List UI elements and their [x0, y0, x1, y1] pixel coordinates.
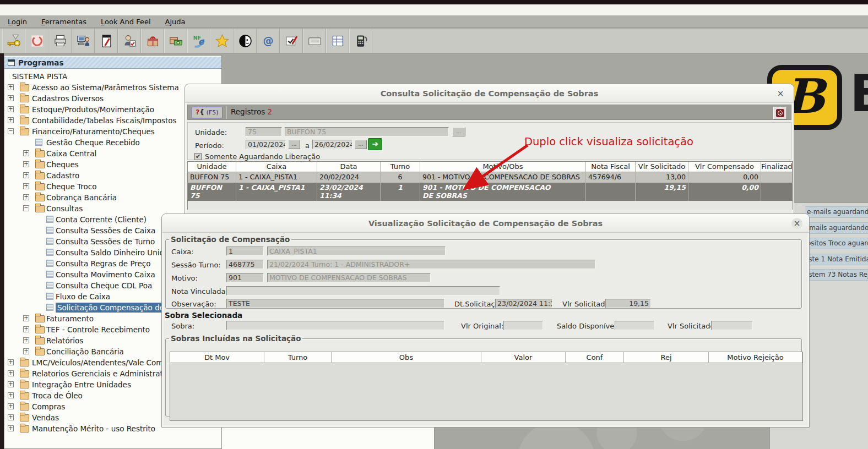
refresh-f5-button[interactable]: ?{ (F5) — [192, 107, 223, 118]
expand-icon[interactable]: + — [23, 326, 29, 332]
registros-count: 2 — [268, 107, 273, 116]
expand-icon[interactable]: + — [23, 161, 29, 167]
support-button[interactable] — [234, 29, 257, 53]
gift-box-button[interactable] — [141, 29, 164, 53]
folder-icon — [35, 326, 45, 333]
expand-icon[interactable]: + — [23, 194, 29, 200]
periodo-from-field[interactable]: 01/02/2024 — [246, 140, 286, 149]
sobra-field[interactable] — [226, 321, 444, 330]
sobras-column-header-valor[interactable]: Valor — [481, 352, 566, 363]
sobras-table-body[interactable] — [170, 363, 802, 420]
workstation-button[interactable] — [72, 29, 95, 53]
sessao-turno-label: Sessão Turno: — [171, 261, 221, 269]
observacao-field[interactable]: TESTE — [226, 299, 444, 308]
motivo-code-field[interactable]: 901 — [226, 273, 264, 282]
unidade-name-field[interactable]: BUFFON 75 — [285, 127, 449, 136]
expand-icon[interactable]: + — [8, 381, 14, 387]
sobras-column-header-conf[interactable]: Conf — [566, 352, 624, 363]
expand-icon[interactable]: + — [23, 348, 29, 354]
star-button[interactable] — [210, 29, 234, 53]
tree-item-sistema-pista[interactable]: SISTEMA PISTA — [4, 71, 221, 82]
expand-icon[interactable]: + — [8, 425, 14, 431]
sobras-column-header-dt-mov[interactable]: Dt Mov — [170, 352, 264, 363]
tree-item-label: TEF - Controle Recebimento — [46, 325, 150, 334]
collapse-icon[interactable]: − — [23, 205, 29, 211]
sobras-column-header-turno[interactable]: Turno — [264, 352, 332, 363]
expand-icon[interactable]: + — [8, 106, 14, 112]
menu-item-look-and-feel[interactable]: Look And Feel — [101, 18, 150, 26]
notification-item[interactable]: e-mails aguardando agrup — [805, 206, 868, 218]
periodo-to-field[interactable]: 26/02/2024 — [312, 140, 352, 149]
column-header-vlr-solicitado[interactable]: Vlr Solicitado — [636, 162, 688, 172]
expand-icon[interactable]: + — [8, 403, 14, 409]
expand-icon[interactable]: + — [8, 95, 14, 101]
notification-item[interactable]: istem 73 Notas Rejeita — [805, 269, 868, 281]
table-button[interactable] — [326, 29, 349, 53]
dialog-consulta-titlebar[interactable]: Consulta Solicitação de Compensação de S… — [185, 84, 794, 103]
aguardando-checkbox[interactable]: ✔ — [194, 153, 202, 160]
unidade-lookup-button[interactable]: ... — [452, 127, 465, 136]
column-header-vlr-compensado[interactable]: Vlr Compensado — [688, 162, 761, 172]
sobras-column-header-obs[interactable]: Obs — [332, 352, 481, 363]
user-check-button[interactable] — [118, 29, 141, 53]
sobras-column-header-rej[interactable]: Rej — [624, 352, 709, 363]
nfe-button[interactable]: NFe — [187, 29, 210, 53]
programs-panel-titlebar[interactable]: Programas — [4, 57, 221, 69]
column-header-turno[interactable]: Turno — [381, 162, 420, 172]
notification-item[interactable]: ósitos Troco aguardan — [805, 238, 868, 249]
expand-icon[interactable]: + — [8, 392, 14, 398]
vlr-solicitado2-field[interactable] — [711, 321, 753, 330]
collapse-icon[interactable]: − — [8, 128, 14, 134]
nota-vinculada-field[interactable] — [226, 286, 500, 295]
notepad-button[interactable] — [95, 29, 118, 53]
sobras-column-header-motivo-rejei-o[interactable]: Motivo Rejeição — [709, 352, 802, 363]
expand-icon[interactable]: + — [23, 315, 29, 321]
money-box-button[interactable] — [164, 29, 187, 53]
expand-icon[interactable]: + — [23, 150, 29, 156]
logoff-button[interactable] — [25, 29, 48, 53]
dialog-visualizacao-titlebar[interactable]: Visualização Solicitação de Compensação … — [162, 214, 809, 233]
check-pen-button[interactable] — [280, 29, 303, 53]
dt-solicitacao-field[interactable]: 23/02/2024 11:34 — [495, 299, 552, 308]
motivo-desc-field[interactable]: MOTIVO DE COMPENSACAO DE SOBRAS — [267, 273, 431, 282]
search-go-button[interactable]: ➜ — [368, 138, 382, 150]
expand-icon[interactable]: + — [8, 370, 14, 376]
vlr-original-field[interactable] — [503, 321, 543, 330]
expand-icon[interactable]: + — [23, 183, 29, 189]
expand-icon[interactable]: + — [8, 359, 14, 365]
expand-icon[interactable]: + — [8, 414, 14, 420]
column-header-data[interactable]: Data — [317, 162, 381, 172]
periodo-to-picker-button[interactable]: ... — [355, 140, 367, 149]
printer-button[interactable] — [48, 29, 72, 53]
notification-item[interactable]: iste 1 Nota Emitida em — [805, 254, 868, 265]
expand-icon[interactable]: + — [8, 117, 14, 123]
caixa-name-field[interactable]: CAIXA_PISTA1 — [267, 247, 446, 256]
caixa-code-field[interactable]: 1 — [226, 247, 264, 256]
close-icon[interactable]: × — [775, 88, 786, 99]
sessao-code-field[interactable]: 468775 — [226, 260, 264, 269]
expand-icon[interactable]: + — [8, 84, 14, 90]
email-at-button[interactable]: @ — [257, 29, 280, 53]
column-header-unidade[interactable]: Unidade — [188, 162, 236, 172]
email-at-icon: @ — [261, 34, 276, 48]
menu-item-login[interactable]: Login — [8, 18, 27, 26]
close-icon[interactable]: × — [791, 218, 802, 229]
card-button[interactable] — [303, 29, 326, 53]
column-header-nota-fiscal[interactable]: Nota Fiscal — [586, 162, 636, 172]
exit-button[interactable] — [773, 107, 787, 119]
menu-item-ferramentas[interactable]: Ferramentas — [41, 18, 86, 26]
expand-icon[interactable]: + — [23, 172, 29, 178]
unidade-code-field[interactable]: 75 — [246, 127, 282, 136]
tree-item-label: SISTEMA PISTA — [12, 72, 67, 81]
periodo-from-picker-button[interactable]: ... — [288, 140, 300, 149]
login-key-button[interactable] — [2, 29, 25, 53]
sessao-desc-field[interactable]: 21/02/2024 Turno: 1 - ADMINISTRADOR+ — [267, 260, 595, 269]
column-header-caixa[interactable]: Caixa — [236, 162, 317, 172]
column-header-finalizado[interactable]: Finalizado — [761, 162, 793, 172]
menu-item-ajuda[interactable]: Ajuda — [165, 18, 186, 26]
vlr-solicitado-field[interactable]: 19,15 — [605, 299, 651, 308]
notification-item[interactable]: -mails aguardando env — [805, 222, 868, 234]
saldo-disponivel-field[interactable] — [615, 321, 654, 330]
expand-icon[interactable]: + — [23, 337, 29, 343]
pos-terminal-button[interactable] — [349, 29, 372, 53]
